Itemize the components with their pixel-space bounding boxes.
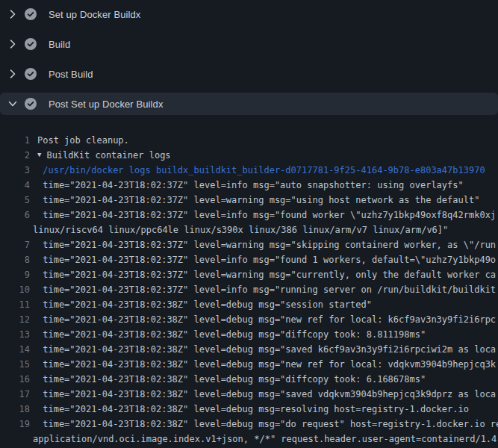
line-number[interactable]: 7: [0, 237, 30, 252]
line-number: [0, 223, 30, 237]
line-number[interactable]: 2: [0, 148, 30, 163]
log-text: time="2021-04-23T18:02:37Z" level=warnin…: [37, 237, 496, 252]
steps-list: Set up Docker BuildxBuildPost BuildPost …: [0, 0, 498, 115]
log-text: time="2021-04-23T18:02:37Z" level=info m…: [37, 252, 496, 267]
step-title: Set up Docker Buildx: [49, 9, 140, 20]
log-command-text: /usr/bin/docker logs buildx_buildkit_bui…: [37, 163, 485, 178]
log-text: time="2021-04-23T18:02:37Z" level=info m…: [37, 208, 496, 223]
success-check-icon: [25, 98, 37, 110]
step-title: Build: [49, 39, 70, 50]
log-text: time="2021-04-23T18:02:38Z" level=debug …: [37, 342, 496, 357]
line-number[interactable]: 5: [0, 193, 30, 208]
log-line: 6 time="2021-04-23T18:02:37Z" level=info…: [0, 208, 498, 223]
log-line: 15 time="2021-04-23T18:02:38Z" level=deb…: [0, 357, 498, 372]
chevron-right-icon: [7, 9, 18, 19]
actions-log-viewer: Set up Docker BuildxBuildPost BuildPost …: [0, 0, 498, 448]
log-text-wrapped: application/vnd.oci.image.index.v1+json,…: [33, 432, 497, 447]
log-line: 13 time="2021-04-23T18:02:38Z" level=deb…: [0, 327, 498, 342]
log-line: 1Post job cleanup.: [0, 133, 498, 148]
log-text: time="2021-04-23T18:02:37Z" level=info m…: [37, 282, 496, 297]
step-title: Post Build: [49, 69, 93, 80]
log-line: 19 time="2021-04-23T18:02:38Z" level=deb…: [0, 417, 498, 432]
step-row-set-up-docker-buildx[interactable]: Set up Docker Buildx: [0, 3, 498, 25]
success-check-icon: [25, 38, 37, 50]
log-text: time="2021-04-23T18:02:38Z" level=debug …: [37, 387, 496, 402]
line-number[interactable]: 16: [0, 372, 30, 387]
line-number[interactable]: 12: [0, 312, 30, 327]
line-number[interactable]: 15: [0, 357, 30, 372]
log-text: time="2021-04-23T18:02:38Z" level=debug …: [37, 417, 498, 432]
success-check-icon: [25, 68, 37, 80]
line-number[interactable]: 13: [0, 327, 30, 342]
log-text: time="2021-04-23T18:02:38Z" level=debug …: [37, 312, 496, 327]
log-output: 1Post job cleanup.2▼BuildKit container l…: [0, 122, 498, 448]
log-line: 18 time="2021-04-23T18:02:38Z" level=deb…: [0, 402, 498, 417]
success-check-icon: [25, 8, 37, 20]
step-row-post-build[interactable]: Post Build: [0, 63, 498, 85]
log-line: 4 time="2021-04-23T18:02:37Z" level=info…: [0, 178, 498, 193]
log-group-title[interactable]: ▼BuildKit container logs: [37, 148, 171, 163]
line-number[interactable]: 3: [0, 163, 30, 178]
log-line: 14 time="2021-04-23T18:02:38Z" level=deb…: [0, 342, 498, 357]
log-line: 11 time="2021-04-23T18:02:38Z" level=deb…: [0, 297, 498, 312]
log-text: time="2021-04-23T18:02:38Z" level=debug …: [37, 372, 426, 387]
log-text: time="2021-04-23T18:02:37Z" level=info m…: [37, 178, 464, 193]
line-number[interactable]: 11: [0, 297, 30, 312]
line-number[interactable]: 17: [0, 387, 30, 402]
log-line-continuation: linux/riscv64 linux/ppc64le linux/s390x …: [0, 223, 498, 237]
log-line: 2▼BuildKit container logs: [0, 148, 498, 163]
log-text: time="2021-04-23T18:02:38Z" level=debug …: [37, 357, 496, 372]
step-row-post-set-up-docker-buildx[interactable]: Post Set up Docker Buildx: [0, 93, 498, 115]
log-line: 10 time="2021-04-23T18:02:37Z" level=inf…: [0, 282, 498, 297]
log-text-wrapped: linux/riscv64 linux/ppc64le linux/s390x …: [33, 223, 448, 237]
line-number[interactable]: 6: [0, 208, 30, 223]
log-line: 9 time="2021-04-23T18:02:37Z" level=warn…: [0, 267, 498, 282]
line-number[interactable]: 4: [0, 178, 30, 193]
line-number[interactable]: 8: [0, 252, 30, 267]
log-line: 17 time="2021-04-23T18:02:38Z" level=deb…: [0, 387, 498, 402]
line-number[interactable]: 9: [0, 267, 30, 282]
chevron-right-icon: [7, 39, 18, 49]
log-line: 8 time="2021-04-23T18:02:37Z" level=info…: [0, 252, 498, 267]
log-group-label: BuildKit container logs: [46, 150, 170, 161]
log-text: time="2021-04-23T18:02:38Z" level=debug …: [37, 297, 372, 312]
step-row-build[interactable]: Build: [0, 33, 498, 55]
log-line-continuation: application/vnd.oci.image.index.v1+json,…: [0, 432, 498, 447]
line-number[interactable]: 19: [0, 417, 30, 432]
chevron-down-icon: [7, 99, 18, 109]
log-text: Post job cleanup.: [37, 133, 129, 148]
line-number[interactable]: 10: [0, 282, 30, 297]
log-line: 3 /usr/bin/docker logs buildx_buildkit_b…: [0, 163, 498, 178]
line-number[interactable]: 14: [0, 342, 30, 357]
log-line: 16 time="2021-04-23T18:02:38Z" level=deb…: [0, 372, 498, 387]
group-collapse-triangle-icon[interactable]: ▼: [37, 148, 41, 162]
line-number[interactable]: 18: [0, 402, 30, 417]
line-number[interactable]: 1: [0, 133, 30, 148]
chevron-right-icon: [7, 69, 18, 79]
log-text: time="2021-04-23T18:02:37Z" level=warnin…: [37, 193, 479, 208]
log-line: 7 time="2021-04-23T18:02:37Z" level=warn…: [0, 237, 498, 252]
step-title: Post Set up Docker Buildx: [49, 99, 164, 110]
log-text: time="2021-04-23T18:02:37Z" level=warnin…: [37, 267, 496, 282]
log-line: 5 time="2021-04-23T18:02:37Z" level=warn…: [0, 193, 498, 208]
log-text: time="2021-04-23T18:02:38Z" level=debug …: [37, 327, 426, 342]
log-line: 12 time="2021-04-23T18:02:38Z" level=deb…: [0, 312, 498, 327]
log-text: time="2021-04-23T18:02:38Z" level=debug …: [37, 402, 469, 417]
line-number: [0, 432, 30, 447]
